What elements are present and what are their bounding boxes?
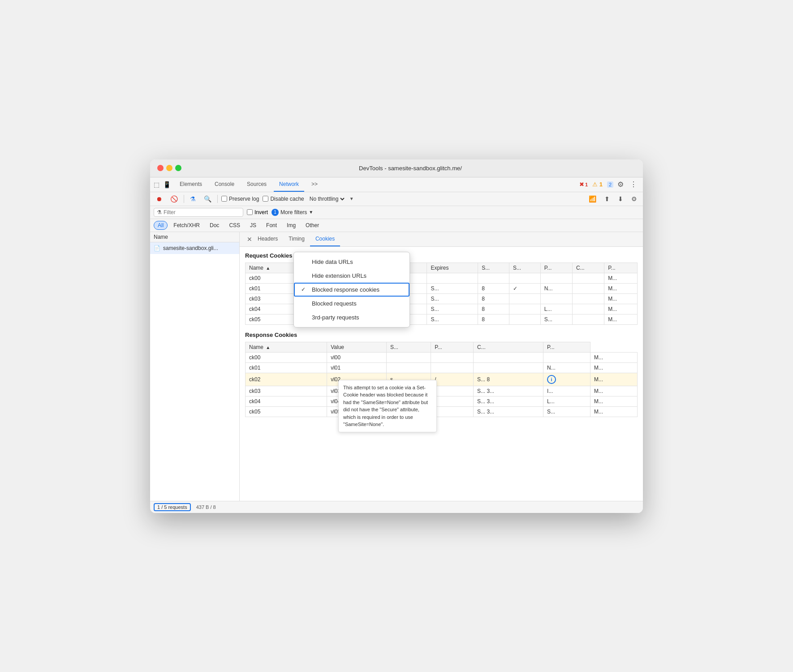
filter-input[interactable] <box>164 209 240 215</box>
cookie-domain <box>386 362 431 373</box>
cookie-path <box>431 386 474 396</box>
search-icon[interactable]: 🔍 <box>202 194 214 204</box>
detail-tab-cookies[interactable]: Cookies <box>310 232 340 246</box>
toolbar-separator-2 <box>217 195 218 203</box>
requests-count-badge: 1 / 5 requests <box>154 503 191 511</box>
sidebar-header: Name <box>150 232 239 242</box>
throttling-select[interactable]: No throttling <box>308 195 346 202</box>
titlebar: DevTools - samesite-sandbox.glitch.me/ <box>150 159 643 177</box>
type-filter-fetch-xhr[interactable]: Fetch/XHR <box>169 221 204 230</box>
col-s2-header: S... <box>509 263 541 273</box>
blocked-requests-label: Blocked requests <box>312 300 357 307</box>
cookie-col8 <box>572 283 604 293</box>
table-row[interactable]: ck00 vl00 M... <box>246 352 638 362</box>
detail-tab-headers[interactable]: Headers <box>252 232 283 246</box>
cookie-samesite: 8 <box>478 314 509 324</box>
cookie-checkmark <box>509 304 541 314</box>
filter-icon[interactable]: ⚗ <box>188 194 198 204</box>
invert-checkbox[interactable] <box>247 209 253 215</box>
sidebar-item-samesite[interactable]: 📄 samesite-sandbox.gli... <box>150 242 239 254</box>
tab-network[interactable]: Network <box>274 177 304 192</box>
cookie-checkmark <box>509 314 541 324</box>
maximize-window-button[interactable] <box>175 165 181 171</box>
minimize-window-button[interactable] <box>166 165 172 171</box>
type-filter-doc[interactable]: Doc <box>206 221 223 230</box>
table-row[interactable]: ck01 vl01 N... M... <box>246 362 638 373</box>
dropdown-third-party-requests[interactable]: 3rd-party requests <box>294 310 409 324</box>
cookie-samesite <box>478 273 509 283</box>
clear-log-button[interactable]: 🚫 <box>168 194 180 204</box>
more-filters-button[interactable]: 1 More filters ▼ <box>272 209 313 216</box>
upload-icon[interactable]: ⬆ <box>602 194 612 204</box>
cookie-samesite: 8 <box>478 293 509 304</box>
dropdown-blocked-requests[interactable]: Blocked requests <box>294 297 409 310</box>
disable-cache-checkbox[interactable] <box>263 196 268 202</box>
cookie-value: vl01 <box>327 362 387 373</box>
cookie-col9: M... <box>604 283 638 293</box>
type-filter-all[interactable]: All <box>154 221 168 230</box>
type-filter-font[interactable]: Font <box>262 221 281 230</box>
cookie-col9: M... <box>604 314 638 324</box>
main-content-area: Name 📄 samesite-sandbox.gli... ✕ Headers… <box>150 232 643 501</box>
blocked-response-cookies-label: Blocked response cookies <box>312 286 379 293</box>
preserve-log-group: Preserve log <box>221 196 259 202</box>
disable-cache-group: Disable cache <box>263 196 304 202</box>
dropdown-hide-extension-urls[interactable]: Hide extension URLs <box>294 269 409 283</box>
stop-recording-button[interactable]: ⏺ <box>154 194 164 204</box>
col-p2-header: P... <box>604 263 638 273</box>
cookie-expires: S... <box>427 283 478 293</box>
error-badge: ✖ 1 <box>579 181 588 188</box>
cookie-expires <box>427 273 478 283</box>
cursor-tool-icon[interactable]: ⬚ <box>154 181 159 188</box>
sort-icon: ▲ <box>266 266 270 271</box>
tab-sources[interactable]: Sources <box>241 177 272 192</box>
cookie-expires: S... <box>427 304 478 314</box>
table-row[interactable]: ck05 vl05 s... S... 3... S... M... <box>246 406 638 417</box>
devtools-window: DevTools - samesite-sandbox.glitch.me/ ⬚… <box>150 159 643 513</box>
network-toolbar: ⏺ 🚫 ⚗ 🔍 Preserve log Disable cache No th… <box>150 192 643 206</box>
invert-group: Invert <box>247 209 268 215</box>
cookie-priority: S... <box>540 314 572 324</box>
type-filter-bar: All Fetch/XHR Doc CSS JS Font Img Other <box>150 219 643 232</box>
dropdown-hide-data-urls[interactable]: Hide data URLs <box>294 255 409 269</box>
network-settings-icon[interactable]: ⚙ <box>629 194 639 204</box>
type-filter-other[interactable]: Other <box>302 221 323 230</box>
cookie-priority: L... <box>543 396 590 406</box>
hide-data-urls-label: Hide data URLs <box>312 258 353 265</box>
download-icon[interactable]: ⬇ <box>616 194 625 204</box>
invert-label: Invert <box>254 209 268 215</box>
more-filters-label: More filters <box>280 209 307 215</box>
cookie-priority: S... <box>543 406 590 417</box>
detail-close-button[interactable]: ✕ <box>247 236 252 243</box>
resp-col-s-header: S... <box>386 342 431 352</box>
table-row[interactable]: ck02 vl02 s... / S... 8 i M... <box>246 373 638 386</box>
close-window-button[interactable] <box>157 165 164 171</box>
cookie-col7: M... <box>590 386 638 396</box>
table-row[interactable]: ck04 vl04 s... / S... 3... L... M... <box>246 396 638 406</box>
cookie-checkmark: ✓ <box>509 283 541 293</box>
more-options-icon[interactable]: ⋮ <box>628 179 639 190</box>
settings-icon[interactable]: ⚙ <box>615 179 626 190</box>
col-expires-header: Expires <box>427 263 478 273</box>
requests-sidebar: Name 📄 samesite-sandbox.gli... <box>150 232 240 501</box>
response-cookies-title: Response Cookies <box>245 332 638 338</box>
preserve-log-checkbox[interactable] <box>221 196 227 202</box>
tab-more[interactable]: >> <box>306 177 323 192</box>
dropdown-blocked-response-cookies[interactable]: ✓ Blocked response cookies <box>294 283 409 297</box>
more-filters-dropdown: Hide data URLs Hide extension URLs ✓ Blo… <box>293 252 410 327</box>
filter-funnel-icon: ⚗ <box>157 209 162 215</box>
type-filter-js[interactable]: JS <box>246 221 260 230</box>
hide-extension-urls-checkmark <box>301 272 308 279</box>
blocked-response-cookies-checkmark: ✓ <box>301 286 308 293</box>
tab-elements[interactable]: Elements <box>174 177 207 192</box>
tab-console[interactable]: Console <box>209 177 240 192</box>
type-filter-css[interactable]: CSS <box>225 221 244 230</box>
device-toolbar-icon[interactable]: 📱 <box>163 181 171 188</box>
cookie-checkmark <box>509 273 541 283</box>
wifi-icon[interactable]: 📶 <box>586 194 599 204</box>
type-filter-img[interactable]: Img <box>283 221 300 230</box>
detail-tab-timing[interactable]: Timing <box>283 232 310 246</box>
info-icon[interactable]: i <box>547 375 556 384</box>
table-row[interactable]: ck03 vl03 s... S... 3... I... M... <box>246 386 638 396</box>
cookie-expires <box>474 362 543 373</box>
